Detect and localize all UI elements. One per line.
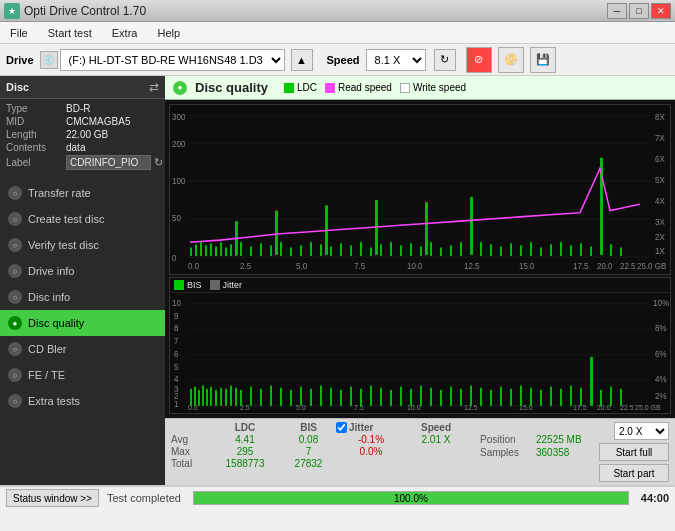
start-full-button[interactable]: Start full [599, 443, 669, 461]
svg-rect-128 [250, 387, 252, 406]
stats-bar: LDC BIS Jitter Speed Avg 4.41 0.08 -0.1%… [165, 418, 675, 485]
menu-file[interactable]: File [4, 25, 34, 41]
svg-rect-149 [460, 389, 462, 406]
jitter-checkbox[interactable] [336, 422, 347, 433]
maximize-button[interactable]: □ [629, 3, 649, 19]
svg-text:3X: 3X [655, 218, 665, 227]
svg-rect-62 [460, 242, 462, 256]
svg-rect-59 [430, 242, 432, 256]
svg-rect-44 [280, 242, 282, 256]
svg-rect-165 [620, 389, 622, 406]
erase-button[interactable]: ⊘ [466, 47, 492, 73]
sidebar-item-fe-te[interactable]: ○ FE / TE [0, 362, 165, 388]
ldc-legend-label: LDC [297, 82, 317, 93]
svg-rect-41 [250, 246, 252, 256]
svg-rect-37 [225, 248, 227, 256]
bis-legend-color [174, 280, 184, 290]
sidebar-item-disc-info-label: Disc info [28, 291, 70, 303]
svg-rect-139 [360, 389, 362, 406]
svg-rect-70 [490, 244, 492, 256]
svg-rect-136 [330, 388, 332, 406]
max-ldc-value: 295 [209, 446, 281, 457]
svg-text:10.0: 10.0 [407, 261, 423, 270]
svg-rect-158 [550, 387, 552, 406]
start-part-button[interactable]: Start part [599, 464, 669, 482]
menu-bar: File Start test Extra Help [0, 22, 675, 44]
svg-text:17.5: 17.5 [573, 403, 587, 410]
fe-te-icon: ○ [8, 368, 22, 382]
sidebar-item-drive-info[interactable]: ○ Drive info [0, 258, 165, 284]
svg-text:10.0: 10.0 [407, 403, 421, 410]
status-text: Test completed [107, 492, 181, 504]
svg-rect-75 [540, 248, 542, 256]
svg-rect-140 [370, 386, 372, 406]
length-value: 22.00 GB [66, 129, 108, 140]
progress-label: 100.0% [194, 492, 628, 504]
avg-label: Avg [171, 434, 209, 445]
save-button[interactable]: 💾 [530, 47, 556, 73]
status-window-button[interactable]: Status window >> [6, 489, 99, 507]
speed-label: Speed [327, 54, 360, 66]
sidebar-item-disc-info[interactable]: ○ Disc info [0, 284, 165, 310]
max-bis-value: 7 [281, 446, 336, 457]
sidebar-item-cd-bler[interactable]: ○ CD Bler [0, 336, 165, 362]
samples-value: 360358 [536, 447, 569, 458]
svg-rect-146 [430, 388, 432, 406]
create-test-disc-icon: ○ [8, 212, 22, 226]
svg-rect-163 [600, 390, 602, 406]
speed-select[interactable]: 8.1 X [366, 49, 426, 71]
svg-rect-134 [310, 389, 312, 406]
svg-text:15.0: 15.0 [519, 261, 535, 270]
svg-text:12.5: 12.5 [464, 261, 480, 270]
sidebar: Disc ⇄ Type BD-R MID CMCMAGBA5 Length 22… [0, 76, 165, 485]
svg-text:4%: 4% [655, 375, 667, 384]
svg-rect-132 [290, 390, 292, 406]
sidebar-item-create-test-disc[interactable]: ○ Create test disc [0, 206, 165, 232]
samples-label: Samples [480, 447, 532, 458]
disc-quality-title: Disc quality [195, 80, 268, 95]
sidebar-item-fe-te-label: FE / TE [28, 369, 65, 381]
svg-text:0.0: 0.0 [188, 403, 198, 410]
svg-rect-117 [194, 387, 196, 406]
disc-info-icon: ○ [8, 290, 22, 304]
jitter-legend-label: Jitter [223, 280, 243, 290]
svg-text:4X: 4X [655, 197, 665, 206]
sidebar-nav: ○ Transfer rate ○ Create test disc ○ Ver… [0, 180, 165, 485]
svg-text:0.0: 0.0 [188, 261, 200, 270]
svg-rect-130 [270, 386, 272, 406]
sidebar-item-disc-quality[interactable]: ● Disc quality [0, 310, 165, 336]
sidebar-item-extra-tests[interactable]: ○ Extra tests [0, 388, 165, 414]
svg-rect-142 [390, 390, 392, 406]
close-button[interactable]: ✕ [651, 3, 671, 19]
drive-eject-button[interactable]: ▲ [291, 49, 313, 71]
svg-text:1X: 1X [655, 247, 665, 256]
svg-text:2.5: 2.5 [240, 261, 252, 270]
svg-rect-69 [480, 242, 482, 256]
quality-speed-select[interactable]: 2.0 X [614, 422, 669, 440]
label-refresh-icon[interactable]: ↻ [154, 156, 163, 169]
label-input[interactable] [66, 155, 151, 170]
menu-start-test[interactable]: Start test [42, 25, 98, 41]
avg-ldc-value: 4.41 [209, 434, 281, 445]
sidebar-item-verify-test-disc[interactable]: ○ Verify test disc [0, 232, 165, 258]
menu-extra[interactable]: Extra [106, 25, 144, 41]
menu-help[interactable]: Help [151, 25, 186, 41]
avg-speed-value: 2.01 X [406, 434, 466, 445]
rip-button[interactable]: 📀 [498, 47, 524, 73]
svg-rect-119 [202, 386, 204, 406]
charts-container: 300 200 100 50 0 8X 7X 6X 5X 4X 3X 2X 1X [165, 100, 675, 418]
svg-rect-120 [206, 389, 208, 406]
svg-text:7.5: 7.5 [354, 403, 364, 410]
progress-bar-container: 100.0% [193, 491, 629, 505]
svg-rect-157 [540, 390, 542, 406]
max-label: Max [171, 446, 209, 457]
sidebar-item-transfer-rate[interactable]: ○ Transfer rate [0, 180, 165, 206]
svg-rect-147 [440, 390, 442, 406]
svg-rect-116 [190, 389, 192, 406]
bis-legend-label: BIS [187, 280, 202, 290]
sidebar-expand-icon[interactable]: ⇄ [149, 80, 159, 94]
speed-refresh-button[interactable]: ↻ [434, 49, 456, 71]
minimize-button[interactable]: ─ [607, 3, 627, 19]
extra-tests-icon: ○ [8, 394, 22, 408]
drive-select[interactable]: (F:) HL-DT-ST BD-RE WH16NS48 1.D3 [60, 49, 285, 71]
